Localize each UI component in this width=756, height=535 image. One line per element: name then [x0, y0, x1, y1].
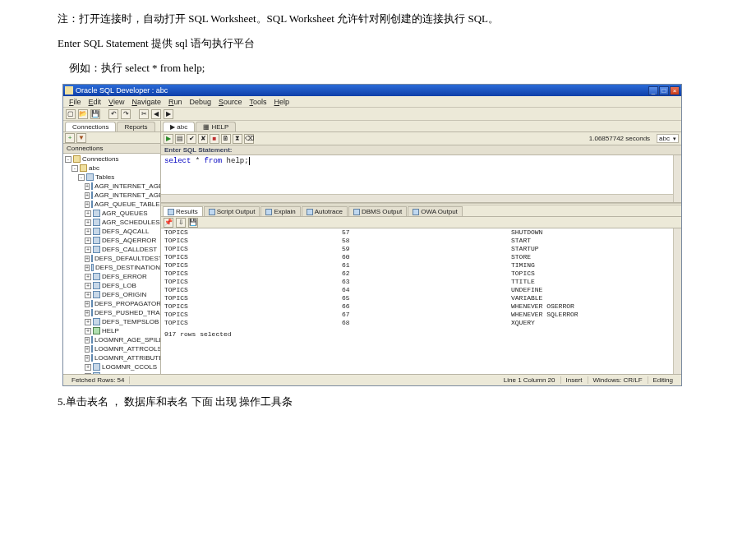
sql-editor[interactable]: select * from help;	[161, 155, 681, 203]
tab-reports[interactable]: Reports	[117, 122, 154, 131]
table-row[interactable]: TOPICS66WHENEVER OSERROR	[161, 302, 681, 311]
table-row[interactable]: TOPICS68XQUERY	[161, 319, 681, 327]
tree-db[interactable]: abc	[89, 164, 99, 173]
tree-table-item[interactable]: +DEFS_CALLDEST	[63, 245, 160, 254]
tree-table-item[interactable]: +DEFS_DEFAULTDEST	[63, 254, 160, 263]
tree-connections-root[interactable]: Connections	[82, 155, 118, 164]
tree-table-item[interactable]: +DEFS_AQERROR	[63, 236, 160, 245]
tab-dbms-output[interactable]: DBMS Output	[348, 206, 407, 216]
run-script-icon[interactable]: ▤	[175, 134, 185, 144]
maximize-button[interactable]: □	[659, 86, 669, 95]
expand-icon[interactable]: +	[85, 274, 91, 280]
open-icon[interactable]: 📂	[78, 109, 88, 119]
worksheet-tab-abc[interactable]: ▶ abc	[163, 122, 195, 131]
tree-table-item[interactable]: +AGR_SCHEDULES	[63, 218, 160, 227]
tree-table-item[interactable]: +LOGMNR_CCOLS	[63, 362, 160, 371]
menu-view[interactable]: View	[105, 98, 127, 106]
expand-icon[interactable]: +	[85, 283, 91, 289]
expand-icon[interactable]: +	[85, 319, 91, 325]
redo-icon[interactable]: ↷	[121, 109, 131, 119]
tree-table-item[interactable]: +DEFS_LOB	[63, 281, 160, 290]
expand-icon[interactable]: -	[71, 165, 78, 172]
results-grid[interactable]: TOPICS57SHUTDOWNTOPICS58STARTTOPICS59STA…	[161, 228, 681, 374]
back-icon[interactable]: ◀	[151, 109, 161, 119]
expand-icon[interactable]: -	[78, 174, 85, 181]
menu-help[interactable]: Help	[271, 98, 293, 106]
expand-icon[interactable]: +	[85, 373, 91, 375]
expand-icon[interactable]: +	[85, 219, 91, 226]
menu-edit[interactable]: Edit	[85, 98, 105, 106]
tree-table-item[interactable]: +LOGMNR_CDEFS	[63, 371, 160, 374]
table-row[interactable]: TOPICS63TTITLE	[161, 278, 681, 286]
expand-icon[interactable]: +	[85, 337, 90, 344]
tree-table-item[interactable]: +DEFS_AQCALL	[63, 227, 160, 236]
tree-table-item[interactable]: +AGR_QUEUES	[63, 209, 160, 218]
expand-icon[interactable]: +	[85, 292, 91, 298]
autotrace-icon[interactable]: ⧗	[233, 134, 242, 144]
expand-icon[interactable]: +	[85, 210, 91, 217]
cut-icon[interactable]: ✂	[139, 109, 149, 119]
close-button[interactable]: ×	[670, 86, 680, 95]
menu-source[interactable]: Source	[215, 98, 246, 106]
tree-table-item[interactable]: +DEFS_PROPAGATOR	[63, 299, 160, 308]
expand-icon[interactable]: +	[85, 328, 91, 334]
tree-table-item[interactable]: +DEFS_ERROR	[63, 272, 160, 281]
save-grid-icon[interactable]: 💾	[188, 218, 198, 228]
rollback-icon[interactable]: ✘	[198, 134, 208, 144]
clear-icon[interactable]: ⌫	[244, 134, 254, 144]
expand-icon[interactable]: +	[85, 201, 90, 208]
expand-icon[interactable]: +	[85, 192, 90, 199]
tree-table-item[interactable]: +LOGMNR_ATTRCOLS	[63, 344, 160, 353]
worksheet-tab-help[interactable]: ▦ HELP	[196, 122, 236, 131]
table-row[interactable]: TOPICS67WHENEVER SQLERROR	[161, 311, 681, 319]
tab-owa-output[interactable]: OWA Output	[408, 206, 463, 216]
tab-autotrace[interactable]: Autotrace	[302, 206, 348, 216]
menu-debug[interactable]: Debug	[186, 98, 214, 106]
tree-table-item[interactable]: +DEFS_DESTINATION	[63, 263, 160, 272]
table-row[interactable]: TOPICS61TIMING	[161, 261, 681, 270]
filter-icon[interactable]: ▼	[76, 133, 86, 143]
pin-icon[interactable]: 📌	[164, 218, 173, 228]
expand-icon[interactable]: +	[85, 301, 90, 307]
execute-icon[interactable]: ▶	[164, 134, 173, 144]
expand-icon[interactable]: +	[85, 183, 90, 190]
tab-explain[interactable]: Explain	[260, 206, 300, 216]
minimize-button[interactable]: _	[648, 86, 658, 95]
commit-icon[interactable]: ✔	[187, 134, 196, 144]
tree-table-item[interactable]: +DEFS_PUSHED_TRANSACTIONS	[63, 308, 160, 317]
expand-icon[interactable]: +	[85, 256, 90, 262]
tree-table-item[interactable]: +AGR_INTERNET_AGENTS	[63, 191, 160, 200]
expand-icon[interactable]: +	[85, 238, 91, 244]
export-icon[interactable]: ⇩	[176, 218, 186, 228]
expand-icon[interactable]: +	[85, 355, 90, 362]
tree-table-item[interactable]: +DEFS_ORIGIN	[63, 290, 160, 299]
table-row[interactable]: TOPICS64UNDEFINE	[161, 286, 681, 294]
vertical-scrollbar[interactable]	[673, 155, 681, 202]
expand-icon[interactable]: +	[85, 346, 90, 353]
expand-icon[interactable]: +	[85, 310, 90, 316]
table-row[interactable]: TOPICS59STARTUP	[161, 245, 681, 253]
fwd-icon[interactable]: ▶	[164, 109, 173, 119]
tree-table-item[interactable]: +AGR_INTERNET_AGENT_PRIVS	[63, 182, 160, 191]
undo-icon[interactable]: ↶	[108, 109, 118, 119]
expand-icon[interactable]: +	[85, 228, 91, 235]
tab-results[interactable]: Results	[163, 206, 203, 216]
tree-tables[interactable]: Tables	[95, 173, 114, 182]
tree-table-item[interactable]: +DEFS_TEMPSLOB	[63, 317, 160, 326]
table-row[interactable]: TOPICS57SHUTDOWN	[161, 228, 681, 237]
horizontal-scrollbar[interactable]	[161, 194, 673, 202]
tree-table-item[interactable]: +HELP	[63, 326, 160, 335]
table-row[interactable]: TOPICS65VARIABLE	[161, 294, 681, 302]
expand-icon[interactable]: +	[85, 364, 91, 371]
title-bar[interactable]: Oracle SQL Developer : abc _ □ ×	[63, 85, 681, 96]
tab-connections[interactable]: Connections	[65, 122, 116, 131]
new-conn-icon[interactable]: +	[65, 133, 75, 143]
save-icon[interactable]: 💾	[90, 109, 100, 119]
table-row[interactable]: TOPICS62TOPICS	[161, 270, 681, 278]
tree-table-item[interactable]: +LOGMNR_ATTRIBUTES	[63, 353, 160, 362]
connections-tree[interactable]: - Connections - abc - Tables +AGR_INTERN…	[63, 154, 160, 374]
menu-navigate[interactable]: Navigate	[128, 98, 164, 106]
connection-dropdown[interactable]: abc▾	[657, 134, 679, 143]
table-row[interactable]: TOPICS60STORE	[161, 253, 681, 261]
tab-script-output[interactable]: Script Output	[204, 206, 260, 216]
